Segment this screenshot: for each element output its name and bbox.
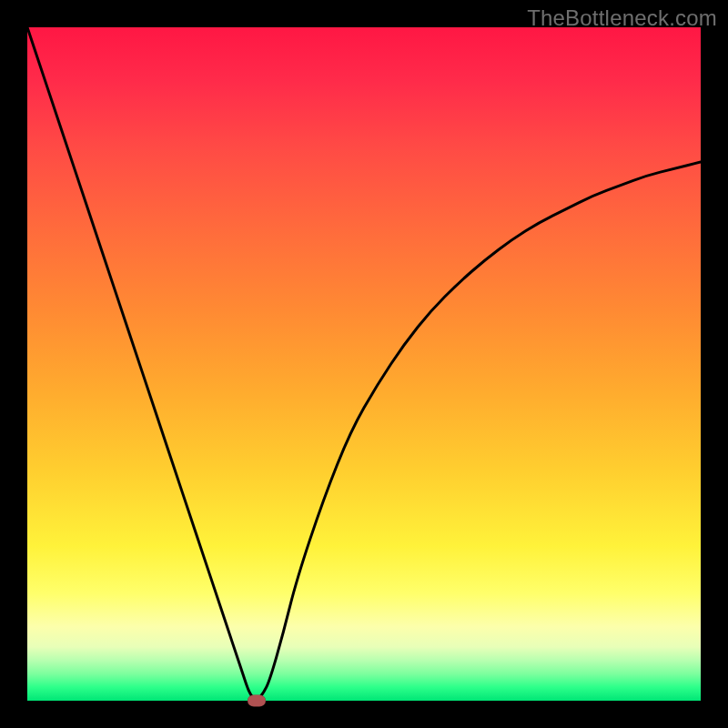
plot-area xyxy=(27,27,701,701)
optimal-point-marker xyxy=(248,695,266,707)
chart-frame: TheBottleneck.com xyxy=(0,0,728,728)
bottleneck-curve xyxy=(27,27,701,701)
